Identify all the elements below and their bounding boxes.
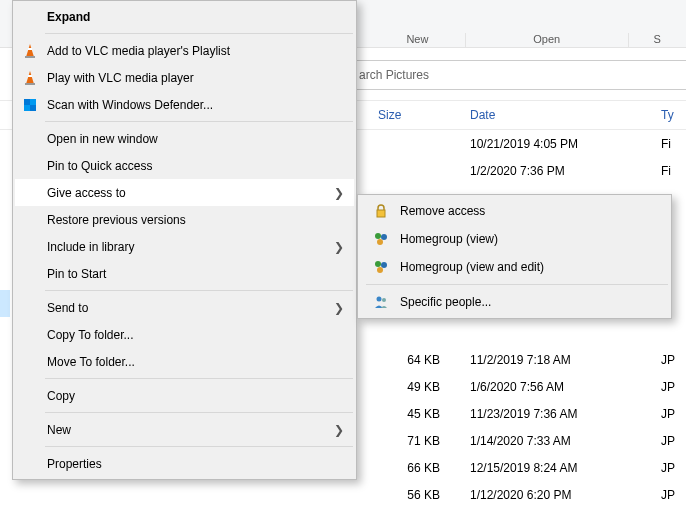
submenu-label: Remove access: [400, 204, 485, 218]
submenu-arrow-icon: ❯: [334, 423, 344, 437]
column-date[interactable]: Date: [470, 108, 495, 122]
svg-rect-10: [30, 99, 36, 105]
menu-label: Include in library: [47, 240, 134, 254]
svg-point-17: [375, 261, 381, 267]
svg-rect-13: [377, 210, 385, 217]
cell-size: 45 KB: [378, 407, 458, 421]
vlc-icon: [21, 69, 39, 87]
table-row[interactable]: 56 KB1/12/2020 6:20 PMJP: [0, 481, 686, 508]
submenu-label: Specific people...: [400, 295, 491, 309]
separator: [45, 378, 353, 379]
defender-shield-icon: [21, 96, 39, 114]
cell-type: Fi: [661, 164, 671, 178]
cell-type: JP: [661, 461, 675, 475]
menu-send-to[interactable]: Send to ❯: [15, 294, 354, 321]
cell-date: 1/12/2020 6:20 PM: [470, 488, 571, 502]
menu-give-access-to[interactable]: Give access to ❯: [15, 179, 354, 206]
menu-open-new-window[interactable]: Open in new window: [15, 125, 354, 152]
separator: [45, 121, 353, 122]
cell-size: 56 KB: [378, 488, 458, 502]
svg-rect-12: [30, 105, 36, 111]
menu-label: Scan with Windows Defender...: [47, 98, 213, 112]
svg-point-20: [377, 297, 382, 302]
svg-point-21: [382, 298, 386, 302]
cell-date: 1/2/2020 7:36 PM: [470, 164, 565, 178]
submenu-homegroup-view-edit[interactable]: Homegroup (view and edit): [360, 253, 669, 281]
column-size[interactable]: Size: [378, 108, 401, 122]
separator: [45, 290, 353, 291]
menu-label: Properties: [47, 457, 102, 471]
lock-icon: [372, 202, 390, 220]
ribbon-group-open: Open: [466, 33, 629, 47]
menu-move-to-folder[interactable]: Move To folder...: [15, 348, 354, 375]
submenu-arrow-icon: ❯: [334, 186, 344, 200]
svg-rect-5: [28, 48, 32, 50]
menu-label: Pin to Start: [47, 267, 106, 281]
svg-marker-3: [26, 44, 34, 57]
separator: [366, 284, 668, 285]
homegroup-icon: [372, 230, 390, 248]
cell-type: JP: [661, 380, 675, 394]
menu-label: Give access to: [47, 186, 126, 200]
menu-new[interactable]: New ❯: [15, 416, 354, 443]
cell-date: 12/15/2019 8:24 AM: [470, 461, 577, 475]
cell-type: JP: [661, 407, 675, 421]
menu-defender[interactable]: Scan with Windows Defender...: [15, 91, 354, 118]
search-input[interactable]: arch Pictures: [350, 60, 686, 90]
submenu-arrow-icon: ❯: [334, 240, 344, 254]
svg-point-14: [375, 233, 381, 239]
cell-type: Fi: [661, 137, 671, 151]
submenu-specific-people[interactable]: Specific people...: [360, 288, 669, 316]
menu-properties[interactable]: Properties: [15, 450, 354, 477]
menu-vlc-play[interactable]: Play with VLC media player: [15, 64, 354, 91]
vlc-icon: [21, 42, 39, 60]
context-menu: Expand Add to VLC media player's Playlis…: [12, 0, 357, 480]
cell-type: JP: [661, 434, 675, 448]
menu-label: Send to: [47, 301, 88, 315]
menu-copy-to-folder[interactable]: Copy To folder...: [15, 321, 354, 348]
give-access-to-submenu: Remove access Homegroup (view) Homegroup…: [357, 194, 672, 319]
ribbon-group-new: New: [370, 33, 466, 47]
homegroup-icon: [372, 258, 390, 276]
submenu-label: Homegroup (view): [400, 232, 498, 246]
search-placeholder: arch Pictures: [359, 68, 429, 82]
cell-date: 1/6/2020 7:56 AM: [470, 380, 564, 394]
svg-point-16: [377, 239, 383, 245]
menu-copy[interactable]: Copy: [15, 382, 354, 409]
menu-include-in-library[interactable]: Include in library ❯: [15, 233, 354, 260]
people-icon: [372, 293, 390, 311]
cell-date: 10/21/2019 4:05 PM: [470, 137, 578, 151]
menu-label: Play with VLC media player: [47, 71, 194, 85]
menu-label: New: [47, 423, 71, 437]
menu-pin-to-start[interactable]: Pin to Start: [15, 260, 354, 287]
svg-point-15: [381, 234, 387, 240]
submenu-arrow-icon: ❯: [334, 301, 344, 315]
menu-vlc-add[interactable]: Add to VLC media player's Playlist: [15, 37, 354, 64]
column-type[interactable]: Ty: [661, 108, 674, 122]
menu-label: Expand: [47, 10, 90, 24]
menu-pin-quick-access[interactable]: Pin to Quick access: [15, 152, 354, 179]
svg-rect-11: [24, 105, 30, 111]
svg-rect-4: [25, 56, 35, 58]
submenu-remove-access[interactable]: Remove access: [360, 197, 669, 225]
svg-rect-9: [24, 99, 30, 105]
menu-label: Open in new window: [47, 132, 158, 146]
cell-type: JP: [661, 353, 675, 367]
menu-label: Copy: [47, 389, 75, 403]
menu-label: Copy To folder...: [47, 328, 134, 342]
svg-rect-7: [25, 83, 35, 85]
cell-date: 11/23/2019 7:36 AM: [470, 407, 577, 421]
cell-size: 49 KB: [378, 380, 458, 394]
svg-point-18: [381, 262, 387, 268]
svg-rect-8: [28, 75, 32, 77]
separator: [45, 412, 353, 413]
menu-label: Pin to Quick access: [47, 159, 152, 173]
separator: [45, 33, 353, 34]
menu-label: Move To folder...: [47, 355, 135, 369]
menu-expand[interactable]: Expand: [15, 3, 354, 30]
submenu-homegroup-view[interactable]: Homegroup (view): [360, 225, 669, 253]
cell-size: 66 KB: [378, 461, 458, 475]
cell-type: JP: [661, 488, 675, 502]
menu-restore-previous-versions[interactable]: Restore previous versions: [15, 206, 354, 233]
svg-point-19: [377, 267, 383, 273]
